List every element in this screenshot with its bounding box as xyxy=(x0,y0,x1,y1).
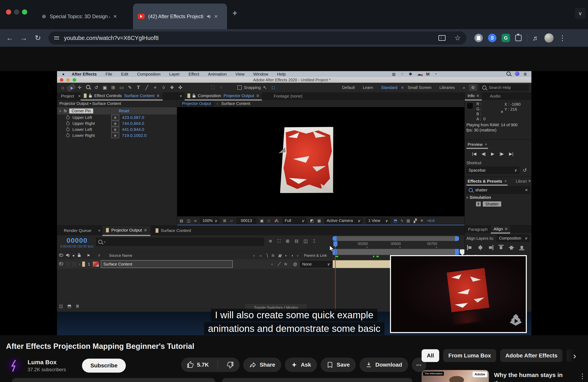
hand-tool-icon[interactable]: ✛ xyxy=(75,85,84,90)
subscribe-button[interactable]: Subscribe xyxy=(82,359,126,373)
dislike-button[interactable] xyxy=(221,358,240,372)
minimize-window-button[interactable] xyxy=(14,9,19,15)
snap-angle-icon[interactable]: ↖ xyxy=(261,85,269,90)
share-view-icon[interactable]: ⬒ xyxy=(394,218,397,223)
extension-grammarly-icon[interactable]: G xyxy=(502,34,510,42)
close-tab-icon[interactable]: × xyxy=(214,13,218,19)
close-panel-icon[interactable]: × xyxy=(98,229,101,232)
collapse-icon[interactable]: ☼ xyxy=(259,253,262,258)
snap-box-icon[interactable]: □ xyxy=(269,85,278,90)
crumb-projector-output[interactable]: Projector Output xyxy=(180,101,214,106)
workspace-overflow-icon[interactable]: » xyxy=(459,85,469,90)
work-area-handle[interactable] xyxy=(460,249,464,255)
time-ruler[interactable]: 00250 00500 00750 xyxy=(333,242,461,248)
tab-surface-content[interactable]: Surface Content xyxy=(150,228,196,233)
siri-icon[interactable] xyxy=(513,72,521,77)
workspace-libraries[interactable]: Libraries xyxy=(435,85,459,90)
work-area-bar[interactable] xyxy=(333,249,459,255)
ruler-icon[interactable]: ◩ xyxy=(310,218,314,223)
zoom-tool-icon[interactable] xyxy=(84,85,92,90)
share-button[interactable]: Share xyxy=(243,358,281,372)
forward-button[interactable]: → xyxy=(17,34,31,42)
chip-adobe-after-effects[interactable]: Adobe After Effects xyxy=(500,349,563,362)
point-control-icon[interactable]: ⊕ xyxy=(111,127,119,132)
frame-blending-icon[interactable]: ⬒ xyxy=(67,304,71,308)
param-value[interactable]: 744.0,604.0 xyxy=(122,121,144,126)
video-content[interactable]: ● After Effects File Edit Composition La… xyxy=(57,71,531,335)
chip-all[interactable]: All xyxy=(421,349,439,362)
recommended-thumbnail[interactable]: The Information Adobe xyxy=(421,370,489,382)
home-tool-icon[interactable]: ⌂ xyxy=(59,85,67,90)
play-button[interactable]: ▶ xyxy=(491,152,494,156)
workspace-default[interactable]: Default xyxy=(338,85,359,90)
composition-viewer[interactable] xyxy=(177,107,464,216)
next-frame-button[interactable]: |▶ xyxy=(499,152,504,156)
shape-tool-icon[interactable]: ▭ xyxy=(117,85,126,90)
workspace-small-screen[interactable]: Small Screen xyxy=(404,85,435,90)
stamp-tool-icon[interactable]: ⌖ xyxy=(151,85,159,90)
last-frame-button[interactable]: ▶| xyxy=(509,152,513,156)
camera-tool-icon[interactable]: ▣ xyxy=(101,85,109,90)
param-row[interactable]: Upper Right ⊕ 744.0,604.0 xyxy=(57,120,177,126)
parent-dropdown[interactable]: None∨ xyxy=(300,261,332,267)
camera-dropdown[interactable]: Active Camera∨ xyxy=(324,218,362,224)
extension-shazam-icon[interactable]: S xyxy=(488,34,496,42)
align-center-h-button[interactable] xyxy=(477,245,483,250)
panel-menu-icon[interactable]: ≡ xyxy=(477,93,479,98)
workspace-menu-icon[interactable]: ≡ xyxy=(401,85,404,90)
panel-menu-icon[interactable]: ≡ xyxy=(505,227,507,231)
view-layout-dropdown[interactable]: 1 View∨ xyxy=(366,218,390,224)
browser-menu-kebab-icon[interactable]: ⋮ xyxy=(559,34,566,42)
description-box-2[interactable] xyxy=(222,378,412,382)
video-column-icon[interactable] xyxy=(59,253,63,257)
search-help-box[interactable]: Search Help xyxy=(479,84,529,91)
channel-watermark-icon[interactable] xyxy=(509,313,522,326)
rotate-tool-icon[interactable]: ↺ xyxy=(92,85,101,90)
menu-effect[interactable]: Effect xyxy=(184,72,204,76)
motion-blur-master-icon[interactable]: ≣ xyxy=(76,304,79,308)
tab-effect-controls[interactable]: Effect Controls Surface Content ≡ xyxy=(81,92,162,100)
3d-layer-icon[interactable]: ○ xyxy=(297,253,299,258)
close-panel-icon[interactable]: × xyxy=(78,94,81,98)
description-box[interactable] xyxy=(12,378,215,382)
stopwatch-icon[interactable] xyxy=(66,116,70,119)
channel-icon[interactable] xyxy=(274,219,279,223)
timeline-button-icon[interactable]: ▥ xyxy=(406,218,410,223)
audio-column-icon[interactable] xyxy=(66,253,70,257)
panel-menu-icon[interactable]: ≡ xyxy=(257,93,259,98)
effect-reset-link[interactable]: Reset xyxy=(119,109,129,113)
param-value[interactable]: 719.0,1002.0 xyxy=(122,133,147,138)
menu-file[interactable]: File xyxy=(101,72,117,76)
parent-pickwhip-icon[interactable]: @ xyxy=(293,262,297,267)
extensions-puzzle-icon[interactable] xyxy=(515,35,522,41)
panel-menu-icon[interactable]: ≡ xyxy=(157,93,159,98)
align-to-dropdown[interactable]: Composition∨ xyxy=(497,234,530,242)
stopwatch-icon[interactable] xyxy=(66,134,70,137)
spotlight-search-icon[interactable] xyxy=(504,72,513,77)
tab-footage[interactable]: Footage (none) xyxy=(274,94,303,98)
site-settings-icon[interactable] xyxy=(54,36,59,40)
url-text[interactable]: youtube.com/watch?v=X6CYglHuof8 xyxy=(64,35,159,41)
region-of-interest-icon[interactable]: ▱ xyxy=(230,218,233,223)
reset-shortcut-icon[interactable]: ↺ xyxy=(523,167,527,173)
prev-frame-button[interactable]: ◀| xyxy=(482,152,486,156)
point-control-icon[interactable]: ⊕ xyxy=(111,121,119,126)
workspace-learn[interactable]: Learn xyxy=(359,85,377,90)
browser-profile-avatar[interactable] xyxy=(545,33,554,42)
close-panel-icon[interactable]: × xyxy=(177,94,185,98)
address-bar[interactable]: youtube.com/watch?v=X6CYglHuof8 ☆ xyxy=(48,31,466,45)
menu-composition[interactable]: Composition xyxy=(133,72,165,76)
shortcut-dropdown[interactable]: Spacebar∨ xyxy=(466,167,519,174)
layer-quality-icon[interactable]: ╱ xyxy=(278,262,280,266)
timeline-search-box[interactable]: ∨ xyxy=(96,238,264,246)
layer-row[interactable]: › 1 Surface Content ♁ ╱ fx @ None∨ xyxy=(57,259,332,269)
puppet-tool-icon[interactable]: ✜ xyxy=(176,85,185,90)
menu-help[interactable]: Help xyxy=(273,72,290,76)
panel-overflow-icon[interactable]: » xyxy=(528,178,531,183)
clear-search-icon[interactable]: × xyxy=(525,187,528,193)
layer-visibility-icon[interactable] xyxy=(59,262,63,265)
expand-layers-icon[interactable]: ◫ xyxy=(59,304,63,308)
align-top-button[interactable] xyxy=(498,245,504,250)
composite-toggle-icon[interactable]: ≋ xyxy=(269,239,272,244)
menu-edit[interactable]: Edit xyxy=(117,72,133,76)
